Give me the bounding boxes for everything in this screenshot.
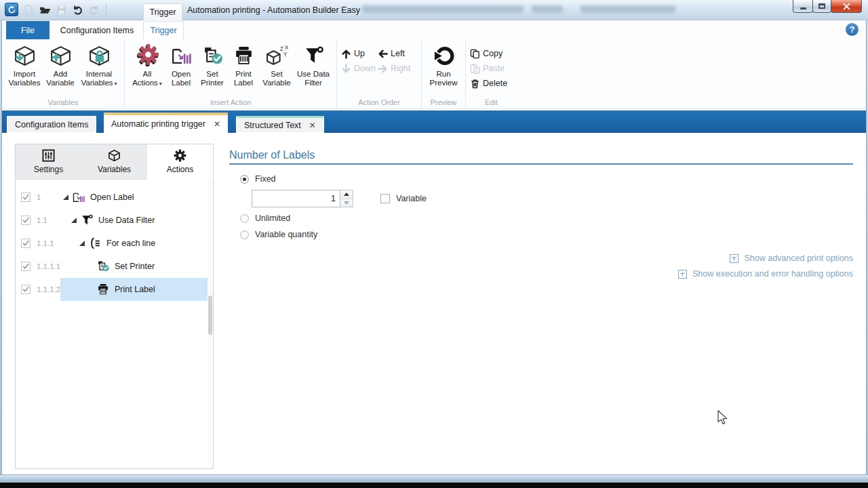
add-variable-button[interactable]: Add Variable [43, 41, 77, 88]
doc-tab-automatic-printing-trigger[interactable]: Automatic printing trigger ✕ [104, 113, 228, 133]
internal-variables-button[interactable]: Internal Variables▾ [79, 41, 119, 88]
tree-row-number: 1.1.1 [31, 239, 60, 247]
trigger-left-panel: Settings Variables Actions 1 [15, 144, 214, 469]
arrow-down-icon [341, 64, 351, 74]
tree-row-number: 1.1 [31, 216, 60, 224]
expand-caret-icon[interactable] [71, 218, 77, 223]
tab-configuration-items[interactable]: Configuration Items [54, 21, 140, 39]
dropdown-caret-icon: ▾ [115, 81, 117, 87]
unlimited-radio-row[interactable]: Unlimited [240, 214, 290, 223]
import-variables-button[interactable]: Import Variables [7, 41, 42, 88]
panel-tab-actions[interactable]: Actions [147, 144, 213, 179]
ribbon: Import Variables Add Variable Internal V… [2, 39, 866, 109]
advanced-links: Show advanced print options Show executi… [678, 253, 853, 279]
stepper-up-button[interactable] [340, 190, 353, 199]
undo-icon[interactable] [72, 4, 83, 16]
minimize-icon [800, 7, 806, 9]
open-file-icon[interactable] [39, 4, 51, 16]
button-label: Open Label [166, 70, 196, 87]
expand-caret-icon[interactable] [79, 241, 85, 246]
close-tab-icon[interactable]: ✕ [309, 121, 316, 130]
doc-tab-structured-text[interactable]: Structured Text ✕ [236, 116, 324, 133]
tree-scrollbar[interactable] [208, 180, 213, 468]
run-preview-button[interactable]: Run Preview [427, 41, 460, 88]
radio-variable-quantity[interactable] [240, 230, 249, 239]
move-left-button[interactable]: Left [378, 46, 417, 61]
button-label: Import Variables [7, 70, 42, 87]
ribbon-group-variables: Import Variables Add Variable Internal V… [2, 39, 124, 108]
tree-row-number: 1.1.1.1 [31, 262, 60, 270]
ribbon-group-edit: Copy Paste Delete Edit [465, 39, 517, 108]
tree-row-print-label[interactable]: 1.1.1.2 Print Label [16, 278, 213, 301]
group-label-insert-action: Insert Action [125, 98, 336, 106]
save-icon[interactable] [56, 4, 67, 16]
expand-caret-icon[interactable] [63, 195, 68, 200]
button-label: Down [354, 64, 376, 73]
button-label: Internal Variables▾ [79, 70, 119, 88]
button-label: Up [354, 49, 365, 58]
redo-icon [88, 4, 100, 16]
copy-icon [470, 49, 480, 59]
copy-button[interactable]: Copy [470, 46, 507, 61]
quantity-input[interactable] [252, 190, 340, 207]
fixed-radio-row[interactable]: Fixed [240, 174, 276, 184]
quick-access-toolbar [5, 3, 106, 16]
panel-tab-label: Actions [167, 165, 193, 174]
cube-icon [108, 149, 121, 162]
doc-tab-label: Structured Text [244, 121, 301, 130]
set-variable-icon [266, 45, 288, 67]
link-label: Show execution and error handling option… [692, 269, 853, 279]
doc-tab-label: Automatic printing trigger [111, 119, 205, 129]
tree-row-set-printer[interactable]: 1.1.1.1 Set Printer [16, 255, 213, 278]
doc-tab-configuration-items[interactable]: Configuration Items [7, 116, 96, 133]
panel-tab-settings[interactable]: Settings [16, 144, 81, 179]
use-data-filter-button[interactable]: Use Data Filter [295, 41, 332, 88]
ribbon-group-insert-action: All Actions▾ Open Label Set Printer Prin… [124, 39, 336, 108]
set-printer-button[interactable]: Set Printer [197, 41, 227, 88]
tree-row-open-label[interactable]: 1 Open Label [16, 186, 213, 209]
variable-quantity-radio-row[interactable]: Variable quantity [240, 230, 317, 239]
tree-row-for-each-line[interactable]: 1.1.1 For each line [16, 232, 213, 255]
maximize-button[interactable] [812, 0, 831, 13]
minimize-button[interactable] [793, 0, 813, 13]
all-actions-button[interactable]: All Actions▾ [130, 41, 165, 88]
tree-row-use-data-filter[interactable]: 1.1 Use Data Filter [16, 209, 213, 232]
radio-unlimited[interactable] [240, 214, 249, 223]
app-icon [5, 3, 18, 16]
close-button[interactable] [831, 0, 862, 13]
checkbox-checked[interactable] [21, 216, 31, 225]
down-arrow-icon [344, 201, 349, 205]
print-label-button[interactable]: Print Label [229, 41, 258, 88]
variable-checkbox[interactable] [380, 194, 390, 203]
content-area: Settings Variables Actions 1 [2, 133, 866, 474]
checkbox-checked[interactable] [21, 239, 31, 248]
arrow-up-icon [341, 49, 351, 59]
for-each-line-icon [88, 237, 102, 250]
set-variable-button[interactable]: Set Variable [260, 41, 294, 88]
help-icon[interactable]: ? [846, 23, 859, 36]
tab-file[interactable]: File [6, 21, 50, 39]
show-advanced-print-options-link[interactable]: Show advanced print options [730, 253, 853, 263]
scrollbar-thumb[interactable] [208, 296, 212, 335]
radio-fixed[interactable] [240, 175, 249, 184]
show-execution-error-options-link[interactable]: Show execution and error handling option… [678, 269, 853, 279]
application-window: Trigger Automation printing - Automation… [0, 0, 868, 483]
link-label: Show advanced print options [744, 253, 853, 263]
move-up-button[interactable]: Up [341, 46, 378, 61]
tree-row-label: For each line [106, 239, 155, 248]
open-label-button[interactable]: Open Label [166, 41, 196, 88]
sliders-icon [42, 149, 55, 162]
checkbox-checked[interactable] [21, 192, 31, 202]
checkbox-checked[interactable] [21, 262, 31, 271]
button-label: Set Variable [260, 70, 294, 87]
new-document-icon[interactable] [23, 4, 35, 16]
stepper-down-button[interactable] [340, 199, 353, 207]
print-label-icon [233, 45, 255, 67]
close-tab-icon[interactable]: ✕ [214, 119, 220, 129]
tab-trigger[interactable]: Trigger [143, 21, 184, 39]
panel-tab-variables[interactable]: Variables [81, 144, 147, 179]
window-frame-left [0, 20, 2, 474]
delete-button[interactable]: Delete [470, 76, 507, 91]
checkbox-checked[interactable] [21, 285, 31, 294]
run-preview-icon [433, 45, 455, 67]
